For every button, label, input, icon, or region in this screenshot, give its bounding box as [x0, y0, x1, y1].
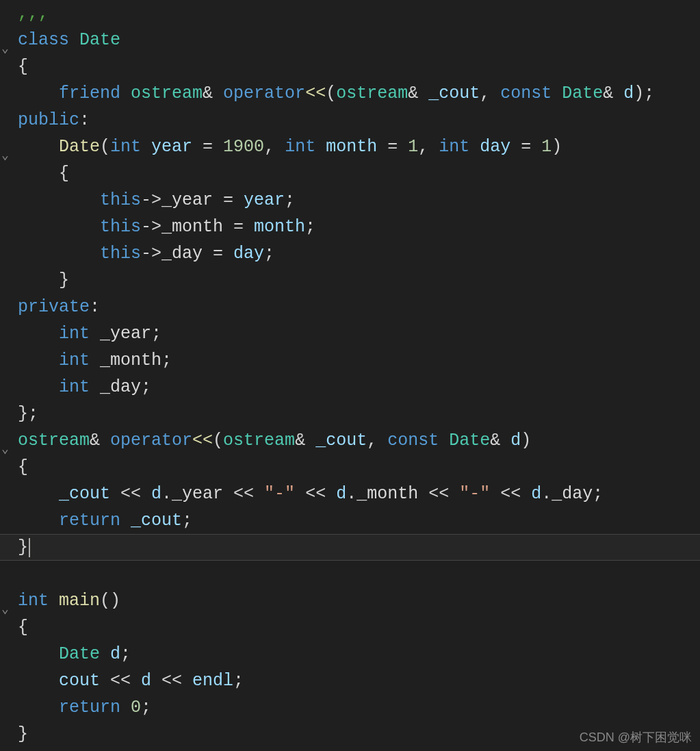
code-line[interactable]: Date d; — [0, 641, 700, 667]
code-line[interactable]: { — [0, 454, 700, 481]
code-line[interactable]: int _year; — [0, 320, 700, 347]
code-text: } — [18, 270, 69, 290]
text-cursor — [29, 538, 30, 557]
code-text: cout << d << endl; — [18, 671, 244, 691]
code-line[interactable]: return 0; — [0, 694, 700, 721]
code-text: class Date — [18, 30, 120, 50]
code-line[interactable]: ⌄ostream& operator<<(ostream& _cout, con… — [0, 427, 700, 454]
code-text: Date(int year = 1900, int month = 1, int… — [18, 137, 562, 157]
code-text: friend ostream& operator<<(ostream& _cou… — [18, 84, 654, 103]
code-text: this->_year = year; — [18, 190, 295, 210]
code-text: { — [18, 457, 28, 477]
code-text: { — [18, 57, 28, 77]
code-text: this->_day = day; — [18, 244, 274, 264]
code-line[interactable]: _cout << d._year << "-" << d._month << "… — [0, 481, 700, 507]
code-text: { — [18, 164, 69, 183]
code-line[interactable]: private: — [0, 294, 700, 320]
code-line[interactable]: cout << d << endl; — [0, 667, 700, 694]
code-line[interactable]: }; — [0, 400, 700, 427]
code-line[interactable]: } — [0, 267, 700, 294]
code-line[interactable]: public: — [0, 107, 700, 133]
code-text: int _year; — [18, 324, 161, 344]
code-line[interactable]: ⌄int main() — [0, 587, 700, 614]
code-text: _cout << d._year << "-" << d._month << "… — [18, 484, 603, 504]
code-text: ostream& operator<<(ostream& _cout, cons… — [18, 431, 531, 450]
code-text: int main() — [18, 591, 120, 611]
code-text: this->_month = month; — [18, 217, 315, 237]
code-line[interactable]: return _cout; — [0, 507, 700, 534]
code-line[interactable]: ⌄class Date — [0, 27, 700, 53]
code-line[interactable] — [0, 561, 700, 587]
code-text: public: — [18, 110, 90, 130]
code-editor[interactable]: ,,,⌄class Date{ friend ostream& operator… — [0, 0, 700, 748]
code-line[interactable]: ,,, — [0, 0, 700, 27]
code-line[interactable]: this->_month = month; — [0, 214, 700, 240]
code-line[interactable]: int _month; — [0, 347, 700, 374]
code-line[interactable]: { — [0, 614, 700, 641]
code-line[interactable]: { — [0, 160, 700, 187]
code-text: ,,, — [18, 3, 49, 23]
code-line[interactable]: int _day; — [0, 374, 700, 400]
code-text: } — [18, 537, 28, 557]
code-text: } — [18, 724, 28, 744]
watermark-text: CSDN @树下困觉咪 — [580, 729, 692, 746]
code-line[interactable]: { — [0, 53, 700, 80]
code-line[interactable]: friend ostream& operator<<(ostream& _cou… — [0, 80, 700, 107]
code-line[interactable]: ⌄ Date(int year = 1900, int month = 1, i… — [0, 133, 700, 160]
code-line[interactable]: this->_year = year; — [0, 187, 700, 214]
code-text: return _cout; — [18, 511, 192, 531]
code-line[interactable]: this->_day = day; — [0, 240, 700, 267]
code-text: }; — [18, 404, 38, 424]
code-text: int _month; — [18, 351, 172, 370]
code-text: Date d; — [18, 644, 131, 664]
code-line[interactable]: } — [0, 534, 700, 561]
code-text: private: — [18, 297, 100, 317]
code-text: return 0; — [18, 698, 151, 717]
code-text: { — [18, 618, 28, 637]
code-text: int _day; — [18, 377, 151, 397]
